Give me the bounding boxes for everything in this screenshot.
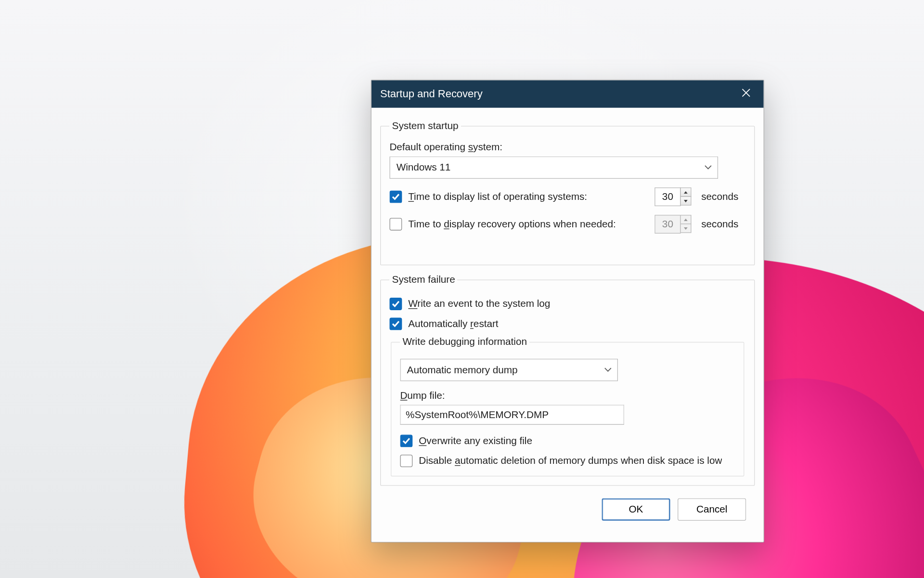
close-button[interactable] xyxy=(732,80,760,108)
startup-recovery-dialog: Startup and Recovery System startup Defa… xyxy=(371,80,764,543)
dialog-title: Startup and Recovery xyxy=(380,88,483,100)
chevron-down-icon xyxy=(604,366,612,374)
time-recovery-spinner: 30 xyxy=(654,215,691,234)
group-system-failure: System failure Write an event to the sys… xyxy=(380,274,755,486)
time-recovery-value: 30 xyxy=(654,215,680,234)
write-event-label: Write an event to the system log xyxy=(408,298,550,309)
overwrite-label: Overwrite any existing file xyxy=(419,435,532,447)
ok-button[interactable]: OK xyxy=(602,498,670,521)
time-list-checkbox[interactable] xyxy=(389,191,402,203)
time-recovery-spin-up xyxy=(680,215,691,224)
cancel-button[interactable]: Cancel xyxy=(678,498,746,521)
time-list-value[interactable]: 30 xyxy=(654,187,680,206)
time-list-label: Time to display list of operating system… xyxy=(408,191,648,202)
group-write-debugging-legend: Write debugging information xyxy=(400,336,529,347)
time-list-spinner[interactable]: 30 xyxy=(654,187,691,206)
time-list-spin-up[interactable] xyxy=(680,187,691,197)
group-system-startup-legend: System startup xyxy=(389,120,461,131)
dump-file-label: Dump file: xyxy=(400,390,735,401)
chevron-down-icon xyxy=(705,164,712,171)
auto-restart-checkbox[interactable] xyxy=(389,317,402,330)
disable-autodel-label: Disable automatic deletion of memory dum… xyxy=(419,455,722,466)
dump-file-value: %SystemRoot%\MEMORY.DMP xyxy=(406,409,549,420)
time-list-unit: seconds xyxy=(701,191,741,202)
dump-type-select[interactable]: Automatic memory dump xyxy=(400,359,618,381)
time-recovery-label: Time to display recovery options when ne… xyxy=(408,219,648,230)
dump-type-value: Automatic memory dump xyxy=(407,364,518,375)
group-system-startup: System startup Default operating system:… xyxy=(380,120,755,265)
group-system-failure-legend: System failure xyxy=(389,274,457,285)
write-event-checkbox[interactable] xyxy=(389,298,402,310)
default-os-label: Default operating system: xyxy=(389,142,745,153)
time-recovery-spin-down xyxy=(680,223,691,233)
time-recovery-checkbox[interactable] xyxy=(389,218,402,231)
disable-autodel-checkbox[interactable] xyxy=(400,455,412,467)
close-icon xyxy=(742,88,750,100)
group-write-debugging: Write debugging information Automatic me… xyxy=(391,336,744,476)
dump-file-input[interactable]: %SystemRoot%\MEMORY.DMP xyxy=(400,405,624,424)
auto-restart-label: Automatically restart xyxy=(408,318,498,329)
default-os-value: Windows 11 xyxy=(397,162,451,173)
time-recovery-unit: seconds xyxy=(701,219,741,230)
default-os-select[interactable]: Windows 11 xyxy=(389,157,718,179)
dialog-titlebar[interactable]: Startup and Recovery xyxy=(372,80,764,108)
overwrite-checkbox[interactable] xyxy=(400,435,412,447)
time-list-spin-down[interactable] xyxy=(680,196,691,205)
